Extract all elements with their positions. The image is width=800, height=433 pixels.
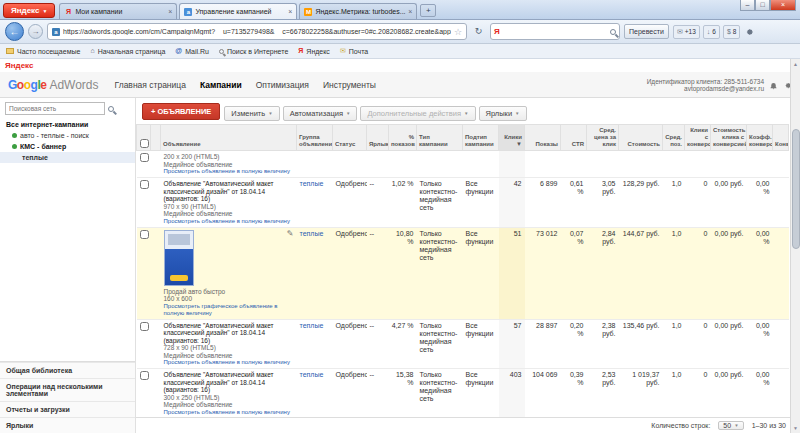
rows-per-page-select[interactable]: 50 ▼: [718, 421, 743, 430]
bookmark-item[interactable]: @Mail.Ru: [175, 47, 209, 55]
scrollbar-thumb[interactable]: [792, 129, 800, 249]
row-checkbox[interactable]: [140, 180, 149, 189]
bookmark-star-icon[interactable]: ☆: [454, 27, 462, 37]
money-badge[interactable]: $8: [723, 25, 741, 39]
browser-menu-button[interactable]: Яндекс ▼: [3, 3, 55, 18]
labels-button[interactable]: Ярлыки▼: [479, 106, 527, 121]
select-all-checkbox[interactable]: [140, 139, 149, 148]
edit-button[interactable]: Изменить▼: [224, 106, 279, 121]
bookmark-item[interactable]: ⌂Начальная страница: [90, 47, 165, 55]
sidebar-section-shared-library[interactable]: Общая библиотека: [0, 362, 135, 378]
column-header-cpc[interactable]: Сред. цена за клик: [587, 125, 619, 151]
notifications-bell-icon[interactable]: [769, 76, 778, 94]
sidebar-item[interactable]: авто - теплые - поиск: [0, 130, 135, 141]
browser-tab[interactable]: aУправление кампанией×: [179, 3, 297, 19]
column-header-clicks[interactable]: Клики ▼: [499, 125, 525, 151]
browser-settings-gear-icon[interactable]: [744, 27, 754, 37]
chevron-down-icon: ▼: [346, 111, 350, 116]
view-full-size-link[interactable]: Просмотреть объявление в полную величину: [164, 168, 294, 175]
browser-tab[interactable]: МЯндекс.Метрика: turbodes...×: [299, 3, 417, 19]
sidebar-item[interactable]: теплые: [0, 152, 135, 163]
nav-tab-campaigns[interactable]: Кампании: [200, 80, 242, 90]
row-checkbox[interactable]: [140, 371, 149, 380]
browser-vertical-scrollbar[interactable]: ▲ ▼: [790, 59, 800, 433]
column-header-cost[interactable]: Стоимость: [619, 125, 663, 151]
sidebar-section-bulk-operations[interactable]: Операции над несколькими элементами: [0, 378, 135, 401]
ad-group-link[interactable]: теплые: [300, 322, 324, 329]
column-header-conv[interactable]: Конверсии: [773, 125, 789, 151]
cell-cpc: 2,84 руб.: [587, 227, 619, 319]
back-button[interactable]: ←: [5, 22, 24, 41]
url-bar[interactable]: a https://adwords.google.com/cm/Campaign…: [47, 23, 467, 40]
sidebar-section-labels[interactable]: Ярлыки: [0, 417, 135, 433]
row-checkbox[interactable]: [140, 322, 149, 331]
bookmark-item[interactable]: ✉Почта: [340, 47, 368, 55]
bookmark-item[interactable]: ЯЯндекс: [298, 47, 330, 55]
view-full-size-link[interactable]: Просмотреть объявление в полную величину: [164, 218, 294, 225]
scroll-down-icon[interactable]: ▼: [791, 423, 800, 433]
column-header-impr[interactable]: Показы: [525, 125, 561, 151]
column-header-status[interactable]: Статус: [333, 125, 367, 151]
column-header-convrate[interactable]: Коэфф. конверсии: [747, 125, 773, 151]
yandex-panel-button[interactable]: Яндекс: [5, 61, 33, 70]
disk-badge[interactable]: ↓6: [703, 25, 720, 39]
scroll-up-icon[interactable]: ▲: [791, 59, 800, 69]
translate-button[interactable]: Перевести: [624, 24, 669, 39]
ad-group-link[interactable]: теплые: [300, 371, 324, 378]
column-header-convcost[interactable]: Стоимость клика с конверсией: [711, 125, 747, 151]
tab-close-icon[interactable]: ×: [408, 8, 412, 15]
edit-pencil-icon[interactable]: ✎: [287, 230, 294, 238]
view-full-size-link[interactable]: Просмотреть графическое объявление в пол…: [164, 303, 294, 317]
cell-cpc: 2,38 руб.: [587, 319, 619, 369]
column-header-convc[interactable]: Клики с конверсией: [685, 125, 711, 151]
new-ad-button[interactable]: + ОБЪЯВЛЕНИЕ: [142, 103, 220, 120]
bookmark-item[interactable]: Поиск в Интернете: [219, 48, 288, 55]
tab-close-icon[interactable]: ×: [288, 8, 292, 15]
new-tab-button[interactable]: +: [420, 4, 436, 17]
search-icon[interactable]: [610, 29, 616, 35]
column-header-pos[interactable]: Сред. поз.: [663, 125, 685, 151]
ads-table-wrap: ОбъявлениеГруппа объявленийСтатусЯрлыки%…: [136, 124, 800, 417]
refresh-button[interactable]: ↻: [471, 24, 486, 39]
sidebar-item[interactable]: КМС - баннер: [0, 141, 135, 152]
ad-group-link[interactable]: теплые: [300, 180, 324, 187]
button-label: Изменить: [231, 109, 265, 118]
ad-group-link[interactable]: теплые: [300, 230, 324, 237]
mail-badge[interactable]: ✉+13: [673, 25, 700, 39]
sidebar-item[interactable]: Все интернет-кампании: [0, 119, 135, 130]
maximize-button[interactable]: □: [755, 0, 770, 11]
column-header-ctr[interactable]: CTR: [561, 125, 587, 151]
view-full-size-link[interactable]: Просмотреть объявление в полную величину: [164, 409, 294, 416]
row-checkbox[interactable]: [140, 153, 149, 162]
nav-tab-optimization[interactable]: Оптимизация: [256, 80, 309, 90]
column-header-ctype[interactable]: Тип кампании: [417, 125, 463, 151]
tab-close-icon[interactable]: ×: [168, 8, 172, 15]
nav-tab-tools[interactable]: Инструменты: [323, 80, 376, 90]
automate-button[interactable]: Автоматизация▼: [283, 106, 358, 121]
sidebar-section-reports[interactable]: Отчеты и загрузки: [0, 401, 135, 417]
browser-search-box[interactable]: Я: [490, 23, 620, 40]
column-header-csub[interactable]: Подтип кампании: [463, 125, 499, 151]
sidebar-search-icon[interactable]: [108, 106, 114, 112]
row-checkbox[interactable]: [140, 230, 149, 239]
ad-banner-image[interactable]: [164, 230, 194, 286]
forward-button[interactable]: →: [28, 24, 43, 39]
column-header-group[interactable]: Группа объявлений: [297, 125, 333, 151]
campaign-sidebar: Все интернет-кампанииавто - теплые - пои…: [0, 98, 136, 433]
table-row: 200 x 200 (HTML5)Медийное объявлениеПрос…: [137, 151, 789, 178]
url-text: https://adwords.google.com/cm/CampaignMg…: [63, 28, 451, 35]
view-full-size-link[interactable]: Просмотреть объявление в полную величину: [164, 359, 294, 366]
column-header-served[interactable]: % показов: [389, 125, 417, 151]
browser-tab[interactable]: ЯМои кампании×: [59, 3, 177, 19]
browser-search-input[interactable]: [503, 28, 607, 35]
more-actions-button[interactable]: Дополнительные действия▼: [360, 106, 475, 121]
column-header-labels[interactable]: Ярлыки: [367, 125, 389, 151]
nav-tab-home[interactable]: Главная страница: [115, 80, 186, 90]
close-button[interactable]: ×: [770, 0, 796, 11]
select-all-header: [137, 125, 151, 151]
minimize-button[interactable]: –: [740, 0, 755, 11]
campaign-search-input[interactable]: [5, 102, 105, 115]
column-header-ad[interactable]: Объявление: [161, 125, 297, 151]
ad-size: 728 x 90 (HTML5): [164, 344, 294, 352]
bookmark-item[interactable]: Часто посещаемые: [6, 48, 80, 55]
